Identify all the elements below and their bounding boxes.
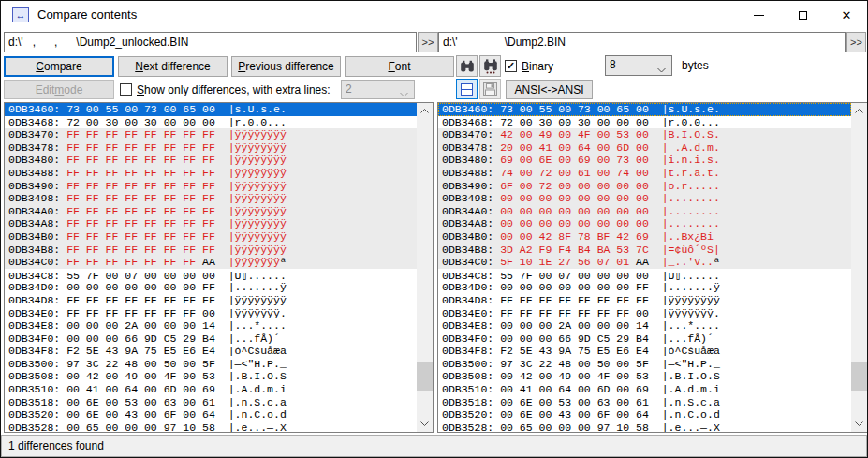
find-button[interactable] (456, 55, 478, 77)
right-file-path-input[interactable] (438, 32, 846, 52)
window-title: Compare contents (37, 7, 137, 22)
split-window-icon (461, 83, 473, 96)
minimize-icon (754, 15, 764, 16)
show-only-differences-checkbox[interactable] (120, 83, 132, 96)
extra-lines-select: 2 (341, 80, 415, 99)
hex-row[interactable]: 0DB3520: 00 6E 00 43 00 6F 00 64 |.n.C.o… (438, 408, 851, 421)
hex-row[interactable]: 0DB34A8: 00 00 00 00 00 00 00 00 |......… (438, 217, 851, 230)
hex-row[interactable]: 0DB34A0: FF FF FF FF FF FF FF FF |ÿÿÿÿÿÿ… (5, 205, 417, 218)
hex-row[interactable]: 0DB3468: 72 00 30 00 30 00 00 00 |r.0.0.… (438, 116, 851, 129)
hex-row[interactable]: 0DB34A8: FF FF FF FF FF FF FF FF |ÿÿÿÿÿÿ… (5, 217, 417, 230)
hex-row[interactable]: 0DB3518: 00 6E 00 53 00 63 00 61 |.n.S.c… (438, 396, 851, 409)
font-button[interactable]: Font (345, 56, 454, 77)
compare-arrows-icon: ↔ (12, 7, 29, 22)
hex-row[interactable]: 0DB34B0: FF FF FF FF FF FF FF FF |ÿÿÿÿÿÿ… (5, 230, 417, 244)
hex-row[interactable]: 0DB34B0: 00 00 42 8F 78 BF 42 69 |..Bx¿B… (438, 230, 851, 244)
right-hex-panel: 0DB3460: 73 00 55 00 73 00 65 00 |s.U.s.… (437, 102, 868, 433)
compare-button[interactable]: Compare (4, 56, 114, 77)
chevron-down-icon (657, 63, 666, 76)
bytes-label: bytes (682, 59, 709, 72)
left-hex-rows[interactable]: 0DB3460: 73 00 55 00 73 00 65 00 |s.U.s.… (5, 103, 417, 432)
hex-row[interactable]: 0DB3470: FF FF FF FF FF FF FF FF |ÿÿÿÿÿÿ… (5, 128, 417, 141)
hex-row[interactable]: 0DB34B8: 3D A2 F9 F4 B4 BA 53 7C |=¢ùô´º… (438, 244, 851, 257)
hex-row[interactable]: 0DB3478: 20 00 41 00 64 00 6D 00 | .A.d.… (438, 141, 851, 155)
hex-row[interactable]: 0DB3460: 73 00 55 00 73 00 65 00 |s.U.s.… (438, 103, 851, 116)
hex-row[interactable]: 0DB3518: 00 6E 00 53 00 63 00 61 |.n.S.c… (5, 396, 417, 409)
extra-lines-value: 2 (346, 82, 352, 96)
bytes-count-value: 8 (610, 58, 616, 71)
hex-row[interactable]: 0DB34F0: 00 00 00 66 9D C5 29 B4 |...fÅ)… (5, 332, 417, 346)
binary-checkbox[interactable]: ✓ (505, 60, 517, 72)
hex-row[interactable]: 0DB3510: 00 41 00 64 00 6D 00 69 |.A.d.m… (438, 383, 851, 396)
hex-row[interactable]: 0DB3498: 00 00 00 00 00 00 00 00 |......… (438, 192, 851, 205)
hex-row[interactable]: 0DB34E8: 00 00 00 2A 00 00 00 14 |...*..… (5, 319, 417, 332)
scroll-up-icon[interactable] (851, 103, 867, 119)
hex-row[interactable]: 0DB3528: 00 65 00 00 00 97 10 58 |.e...—… (5, 421, 417, 432)
left-path-expand-button[interactable]: >> (418, 32, 438, 52)
right-vertical-scrollbar[interactable] (851, 103, 867, 432)
hex-row[interactable]: 0DB3490: FF FF FF FF FF FF FF FF |ÿÿÿÿÿÿ… (5, 180, 417, 193)
left-file-path-input[interactable] (4, 32, 417, 52)
hex-row[interactable]: 0DB3478: FF FF FF FF FF FF FF FF |ÿÿÿÿÿÿ… (5, 141, 417, 155)
hex-row[interactable]: 0DB34D8: FF FF FF FF FF FF FF FF |ÿÿÿÿÿÿ… (438, 294, 851, 307)
right-path-expand-button[interactable]: >> (846, 32, 866, 52)
close-icon: ✕ (842, 9, 852, 22)
hex-row[interactable]: 0DB3498: FF FF FF FF FF FF FF FF |ÿÿÿÿÿÿ… (5, 192, 417, 205)
hex-row[interactable]: 0DB34B8: FF FF FF FF FF FF FF FF |ÿÿÿÿÿÿ… (5, 244, 417, 257)
hex-row[interactable]: 0DB3520: 00 6E 00 43 00 6F 00 64 |.n.C.o… (5, 408, 417, 421)
split-view-toggle-button[interactable] (456, 79, 478, 99)
next-difference-button[interactable]: Next difference (118, 56, 228, 77)
hex-row[interactable]: 0DB34E0: FF FF FF FF FF FF FF 00 |ÿÿÿÿÿÿ… (5, 307, 417, 320)
minimize-button[interactable] (737, 2, 780, 29)
hex-row[interactable]: 0DB34F8: F2 5E 43 9A 75 E5 E6 E4 |ò^Cšuå… (438, 345, 851, 358)
hex-row[interactable]: 0DB3528: 00 65 00 00 00 97 10 58 |.e...—… (438, 421, 851, 432)
right-hex-rows[interactable]: 0DB3460: 73 00 55 00 73 00 65 00 |s.U.s.… (438, 103, 851, 432)
find-with-options-button[interactable] (479, 55, 501, 77)
hex-row[interactable]: 0DB34D8: FF FF FF FF FF FF FF FF |ÿÿÿÿÿÿ… (5, 294, 417, 307)
binary-checkbox-label: Binary (522, 60, 553, 73)
chevron-down-icon (400, 87, 408, 100)
hex-row[interactable]: 0DB34C0: 5F 10 1E 27 56 07 01 AA |_..'V.… (438, 256, 851, 269)
hex-row[interactable]: 0DB3508: 00 42 00 49 00 4F 00 53 |.B.I.O… (438, 370, 851, 383)
hex-row[interactable]: 0DB34F0: 00 00 00 66 9D C5 29 B4 |...fÅ)… (438, 332, 851, 346)
status-bar: 1 differences found (1, 435, 867, 457)
scroll-down-icon[interactable] (417, 416, 433, 432)
maximize-icon (799, 11, 807, 20)
left-hex-panel: 0DB3460: 73 00 55 00 73 00 65 00 |s.U.s.… (4, 102, 434, 433)
save-button[interactable] (479, 79, 501, 99)
hex-row[interactable]: 0DB34C0: FF FF FF FF FF FF FF AA |ÿÿÿÿÿÿ… (5, 256, 417, 269)
hex-row[interactable]: 0DB34C8: 55 7F 00 07 00 00 00 00 |U▯....… (5, 269, 417, 282)
hex-row[interactable]: 0DB34C8: 55 7F 00 07 00 00 00 00 |U▯....… (438, 269, 851, 282)
hex-row[interactable]: 0DB3480: 69 00 6E 00 69 00 73 00 |i.n.i.… (438, 154, 851, 167)
hex-row[interactable]: 0DB3470: 42 00 49 00 4F 00 53 00 |B.I.O.… (438, 128, 851, 141)
hex-row[interactable]: 0DB3490: 6F 00 72 00 00 00 00 00 |o.r...… (438, 180, 851, 193)
ansi-conversion-button[interactable]: ANSI<->ANSI (506, 80, 593, 99)
close-button[interactable]: ✕ (825, 2, 868, 29)
hex-row[interactable]: 0DB34E8: 00 00 00 2A 00 00 00 14 |...*..… (438, 319, 851, 332)
hex-row[interactable]: 0DB34A0: 00 00 00 00 00 00 00 00 |......… (438, 205, 851, 218)
left-scrollbar-thumb[interactable] (417, 362, 433, 391)
hex-row[interactable]: 0DB3468: 72 00 30 00 30 00 00 00 |r.0.0.… (5, 116, 417, 129)
hex-row[interactable]: 0DB34E0: FF FF FF FF FF FF FF 00 |ÿÿÿÿÿÿ… (438, 307, 851, 320)
show-only-differences-label: Show only differences, with extra lines: (137, 83, 331, 96)
hex-row[interactable]: 0DB3488: FF FF FF FF FF FF FF FF |ÿÿÿÿÿÿ… (5, 167, 417, 180)
edit-mode-button[interactable]: Edit mode (4, 80, 114, 99)
hex-row[interactable]: 0DB3500: 97 3C 22 48 00 50 00 5F |—<"H.P… (5, 358, 417, 371)
bytes-count-select[interactable]: 8 (605, 55, 672, 76)
hex-row[interactable]: 0DB3480: FF FF FF FF FF FF FF FF |ÿÿÿÿÿÿ… (5, 154, 417, 167)
hex-row[interactable]: 0DB3508: 00 42 00 49 00 4F 00 53 |.B.I.O… (5, 370, 417, 383)
hex-row[interactable]: 0DB34D0: 00 00 00 00 00 00 00 FF |......… (438, 281, 851, 294)
floppy-save-icon (483, 82, 497, 96)
scroll-down-icon[interactable] (851, 416, 867, 432)
left-vertical-scrollbar[interactable] (417, 103, 433, 432)
scroll-up-icon[interactable] (417, 103, 433, 119)
hex-row[interactable]: 0DB34D0: 00 00 00 00 00 00 00 FF |......… (5, 281, 417, 294)
right-scrollbar-thumb[interactable] (851, 362, 867, 391)
hex-row[interactable]: 0DB3510: 00 41 00 64 00 6D 00 69 |.A.d.m… (5, 383, 417, 396)
hex-row[interactable]: 0DB3460: 73 00 55 00 73 00 65 00 |s.U.s.… (5, 103, 417, 116)
maximize-button[interactable] (781, 2, 824, 29)
hex-row[interactable]: 0DB34F8: F2 5E 43 9A 75 E5 E6 E4 |ò^Cšuå… (5, 345, 417, 358)
hex-row[interactable]: 0DB3500: 97 3C 22 48 00 50 00 5F |—<"H.P… (438, 358, 851, 371)
hex-row[interactable]: 0DB3488: 74 00 72 00 61 00 74 00 |t.r.a.… (438, 167, 851, 180)
previous-difference-button[interactable]: Previous difference (231, 56, 341, 77)
